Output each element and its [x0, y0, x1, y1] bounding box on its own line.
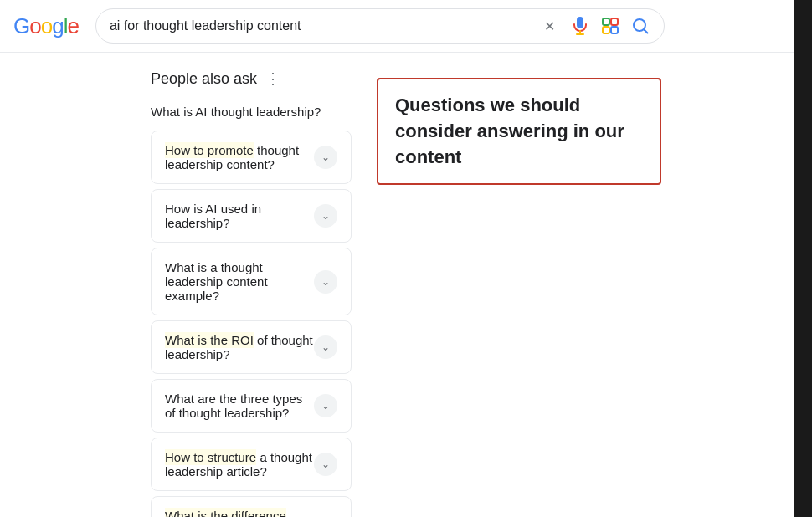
right-chrome-bar [794, 0, 812, 517]
paa-expand-icon[interactable]: ⌄ [314, 453, 337, 476]
paa-item: What is the ROI of thought leadership? ⌄ [151, 320, 352, 374]
paa-highlight: What is the ROI [165, 332, 254, 348]
paa-more-options[interactable]: ⋮ [265, 69, 280, 88]
paa-item: What is a thought leadership content exa… [151, 248, 352, 315]
paa-expand-icon[interactable]: ⌄ [314, 335, 337, 359]
paa-question: What are the three types of thought lead… [165, 392, 314, 420]
paa-item-row[interactable]: What is a thought leadership content exa… [152, 248, 351, 315]
svg-rect-3 [611, 27, 618, 33]
svg-rect-0 [603, 18, 609, 25]
search-input[interactable] [110, 18, 533, 33]
google-lens-icon[interactable] [600, 16, 620, 36]
search-action-icons [540, 16, 650, 36]
paa-title: People also ask [151, 70, 257, 88]
paa-question: How to structure a thought leadership ar… [165, 450, 314, 479]
paa-item: What is the difference between content m… [151, 496, 352, 517]
paa-item: How to structure a thought leadership ar… [151, 438, 352, 491]
paa-question: How is AI used in leadership? [165, 202, 314, 230]
paa-item: How to promote thought leadership conten… [151, 131, 352, 184]
paa-question: What is the ROI of thought leadership? [165, 333, 314, 361]
paa-expand-icon[interactable]: ⌄ [314, 146, 337, 169]
search-submit-button[interactable] [630, 16, 650, 36]
paa-item-row[interactable]: What is the difference between content m… [152, 497, 351, 517]
annotation-text: Questions we should consider answering i… [395, 95, 624, 167]
voice-search-icon[interactable] [570, 16, 590, 36]
paa-expand-icon[interactable]: ⌄ [314, 204, 337, 228]
paa-highlight: What is the difference [165, 508, 286, 517]
paa-highlight: How to promote [165, 142, 254, 158]
annotation-box: Questions we should consider answering i… [377, 78, 661, 185]
paa-question: What is the difference between content m… [165, 509, 314, 517]
paa-highlight: How to structure [165, 449, 256, 465]
paa-panel: People also ask ⋮ What is AI thought lea… [151, 69, 352, 517]
paa-item: What are the three types of thought lead… [151, 379, 352, 433]
paa-item-row[interactable]: How is AI used in leadership? ⌄ [152, 190, 351, 242]
paa-item-row[interactable]: What is the ROI of thought leadership? ⌄ [152, 321, 351, 373]
paa-header: People also ask ⋮ [151, 69, 352, 88]
paa-item-row[interactable]: What are the three types of thought lead… [152, 380, 351, 432]
paa-question: How to promote thought leadership conten… [165, 143, 314, 171]
paa-item-row[interactable]: How to structure a thought leadership ar… [152, 438, 351, 490]
main-content: People also ask ⋮ What is AI thought lea… [0, 53, 812, 517]
paa-item: How is AI used in leadership? ⌄ [151, 189, 352, 243]
paa-item-row[interactable]: How to promote thought leadership conten… [152, 131, 351, 183]
svg-rect-1 [611, 18, 618, 25]
search-bar: Google [0, 0, 812, 53]
google-logo: Google [13, 13, 79, 39]
paa-question: What is a thought leadership content exa… [165, 260, 314, 303]
clear-search-button[interactable] [540, 16, 560, 36]
paa-expand-icon[interactable]: ⌄ [314, 270, 337, 294]
paa-static-question: What is AI thought leadership? [151, 101, 352, 131]
paa-expand-icon[interactable]: ⌄ [314, 394, 337, 417]
svg-rect-2 [603, 27, 609, 33]
search-input-wrapper [95, 8, 665, 44]
